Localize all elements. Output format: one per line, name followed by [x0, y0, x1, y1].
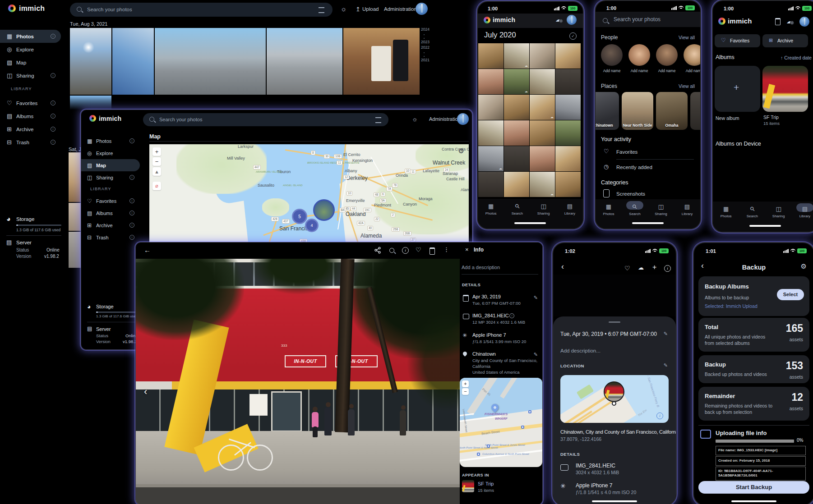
settings-gear-icon[interactable]: ⚙ — [801, 262, 807, 270]
search-input[interactable]: Search your photos — [70, 3, 333, 17]
map-zoom-in-button[interactable]: + — [152, 147, 161, 156]
more-options-icon[interactable]: ⋮ — [443, 246, 449, 253]
photo-thumbnail[interactable] — [70, 28, 111, 95]
location-map[interactable]: FISHERMAN'S WHARF Beach Street Pier 45 L… — [460, 378, 542, 467]
map-zoom-in-button[interactable]: + — [462, 380, 469, 387]
photo-thumbnail[interactable] — [69, 203, 81, 231]
sidebar-item-map[interactable]: ▧Mapi — [0, 56, 61, 69]
select-all-check-icon[interactable]: ✓ — [569, 32, 577, 40]
map-cluster-marker[interactable]: 5 — [292, 209, 307, 224]
photo-thumbnail[interactable] — [69, 232, 81, 268]
sheet-drag-handle[interactable] — [609, 321, 620, 323]
upload-icon[interactable]: ↥ — [356, 6, 360, 13]
albums-sort-button[interactable]: ↑ Created date — [781, 55, 812, 60]
theme-toggle-icon[interactable]: ☼ — [412, 115, 418, 123]
map-photo-marker[interactable] — [604, 381, 624, 402]
archive-button[interactable]: ⊞ Archive — [762, 34, 808, 47]
info-icon[interactable]: i — [509, 313, 514, 318]
sidebar-item-sharing[interactable]: ◫Sharingi — [0, 69, 61, 82]
screenshots-row[interactable]: Screenshots — [616, 191, 645, 197]
person-face[interactable]: Add name — [628, 44, 650, 66]
tab-library[interactable]: ▤Library — [674, 202, 700, 216]
recently-added-row[interactable]: Recently added — [616, 165, 652, 170]
administration-link[interactable]: Administration — [429, 116, 461, 122]
select-button[interactable]: Select — [777, 289, 804, 300]
user-avatar[interactable] — [457, 113, 469, 125]
photo-thumbnail[interactable] — [155, 28, 266, 95]
photo-grid[interactable] — [478, 43, 582, 197]
tab-library[interactable]: ▤Library — [792, 205, 813, 218]
user-avatar[interactable] — [567, 15, 577, 25]
photo-thumbnail[interactable] — [267, 28, 342, 95]
previous-photo-chevron[interactable]: ‹ — [144, 386, 147, 398]
timeline-scrubber[interactable]: 2024 2023 2022 2021 — [421, 27, 430, 63]
album-cover-sf-trip[interactable] — [762, 66, 808, 112]
place-card[interactable]: Pi — [690, 92, 700, 130]
cloud-sync-icon[interactable]: ☁ — [555, 16, 562, 23]
search-placeholder[interactable]: Search your photos — [614, 16, 661, 23]
edit-date-pencil-icon[interactable]: ✎ — [664, 331, 668, 337]
trash-icon[interactable] — [430, 247, 435, 255]
place-card[interactable]: Near North Side — [622, 92, 653, 130]
sidebar-item-map[interactable]: ▧Mapi — [81, 159, 140, 171]
edit-date-pencil-icon[interactable]: ✎ — [534, 295, 538, 301]
upload-button[interactable]: Upload — [362, 6, 379, 12]
sidebar-item-trash[interactable]: ⊟Trashi — [0, 136, 61, 149]
favorite-heart-icon[interactable]: ♡ — [416, 246, 421, 253]
tab-search[interactable]: ⚲Search — [504, 202, 530, 215]
tab-photos[interactable]: ▦Photos — [713, 205, 739, 218]
photo-thumbnail[interactable] — [69, 152, 81, 202]
location-map[interactable]: d - San Francisco Ferry B The Em i — [560, 375, 669, 423]
favorites-row[interactable]: Favorites — [616, 149, 637, 155]
trash-icon[interactable] — [775, 18, 781, 25]
add-to-album-plus-icon[interactable]: + — [652, 263, 656, 271]
search-input[interactable]: Search your photos — [143, 113, 388, 126]
sidebar-item-explore[interactable]: ◎Explorei — [0, 43, 61, 56]
sidebar-item-sharing[interactable]: ◫Sharingi — [81, 171, 140, 183]
sidebar-item-albums[interactable]: ▤Albumsi — [81, 207, 140, 219]
tab-library[interactable]: ▤Library — [557, 202, 583, 215]
place-card[interactable]: Omaha — [656, 92, 688, 130]
people-view-all-link[interactable]: View all — [679, 35, 695, 40]
tab-sharing[interactable]: ◫Sharing — [531, 202, 557, 215]
start-backup-button[interactable]: Start Backup — [698, 481, 809, 494]
person-face[interactable]: Add name — [684, 44, 701, 66]
back-chevron-icon[interactable]: ‹ — [561, 262, 564, 271]
sidebar-item-favorites[interactable]: ♡Favoritesi — [0, 96, 61, 110]
search-filter-icon[interactable] — [319, 7, 324, 13]
sidebar-item-favorites[interactable]: ♡Favoritesi — [81, 195, 140, 207]
description-field[interactable]: Add a description — [462, 265, 500, 270]
sidebar-item-trash[interactable]: ⊟Trashi — [81, 231, 140, 243]
person-face[interactable]: Add name — [656, 44, 678, 66]
place-card[interactable]: Chinatown — [595, 92, 619, 130]
administration-link[interactable]: Administration — [384, 6, 417, 12]
photo-main[interactable] — [553, 275, 676, 316]
map-compass-button[interactable]: ▴ — [152, 167, 161, 176]
tab-sharing[interactable]: ◫Sharing — [648, 202, 674, 216]
new-album-tile[interactable]: + — [715, 66, 760, 112]
sidebar-item-archive[interactable]: ⊞Archivei — [81, 219, 140, 231]
tab-sharing[interactable]: ◫Sharing — [766, 205, 792, 218]
share-icon[interactable] — [374, 247, 381, 254]
cloud-upload-icon[interactable]: ☁ — [638, 264, 644, 271]
theme-toggle-icon[interactable]: ☼ — [341, 5, 347, 13]
cloud-sync-icon[interactable]: ☁ — [786, 18, 793, 25]
info-icon[interactable]: i — [402, 247, 409, 254]
favorites-button[interactable]: ♡ Favorites — [715, 34, 760, 47]
edit-location-pencil-icon[interactable]: ✎ — [534, 352, 538, 357]
close-icon[interactable]: × — [465, 246, 469, 253]
map-location-off-button[interactable]: ⌀ — [152, 182, 161, 190]
photo-thumbnail[interactable] — [112, 28, 154, 95]
places-view-all-link[interactable]: View all — [679, 83, 695, 89]
search-filter-icon[interactable] — [375, 117, 381, 123]
sidebar-item-photos[interactable]: ▦Photosi — [0, 30, 61, 43]
sidebar-item-archive[interactable]: ⊞Archivei — [0, 123, 61, 136]
tab-search[interactable]: ⚲Search — [622, 202, 648, 216]
photo-main[interactable]: IN-N-OUT IN-N-OUT 333 ‹ — [136, 259, 460, 504]
zoom-icon[interactable] — [389, 248, 394, 253]
tab-photos[interactable]: ▦Photos — [596, 202, 622, 216]
description-field[interactable]: Add description... — [560, 348, 601, 353]
album-thumbnail[interactable] — [462, 480, 474, 492]
user-avatar[interactable] — [416, 3, 428, 15]
album-link[interactable]: SF Trip — [478, 481, 494, 486]
